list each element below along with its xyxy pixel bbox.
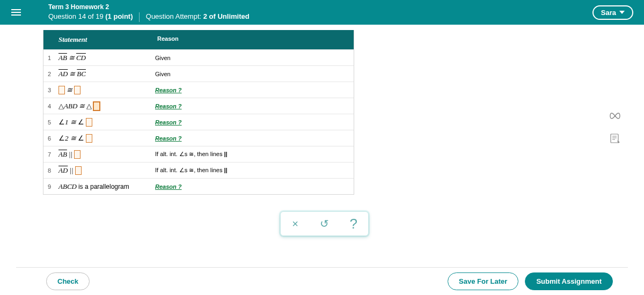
attempt-label: Question Attempt: [146, 12, 203, 20]
table-row: 1AB ≅ CDGiven [43, 49, 354, 65]
answer-blank[interactable] [86, 118, 92, 127]
row-number: 9 [43, 180, 55, 193]
row-number: 3 [43, 84, 55, 97]
q-prefix: Question [48, 12, 78, 20]
reason-cell: If alt. int. ∠s ≅, then lines || [151, 148, 354, 160]
q-of: of 19 [86, 12, 105, 20]
row-number: 1 [43, 51, 55, 64]
table-row: 6∠2 ≅ ∠Reason ? [43, 130, 354, 146]
reason-link[interactable]: Reason ? [155, 135, 182, 142]
reason-link[interactable]: Reason ? [155, 87, 182, 93]
reason-cell: If alt. int. ∠s ≅, then lines || [151, 164, 354, 176]
clear-button[interactable]: × [287, 218, 303, 230]
table-row: 2AD ≅ BCGiven [43, 65, 354, 82]
table-row: 5∠1 ≅ ∠Reason ? [43, 114, 354, 130]
reason-cell: Reason ? [151, 100, 354, 112]
statement-cell: ABCD is a parallelogram [55, 180, 151, 194]
row-number: 5 [43, 116, 55, 129]
header-divider [139, 12, 140, 22]
question-line: Question 14 of 19 (1 point) Question Att… [48, 12, 250, 22]
table-row: 8AD || If alt. int. ∠s ≅, then lines || [43, 162, 354, 178]
row-number: 7 [43, 148, 55, 161]
q-num: 14 [78, 12, 86, 20]
submit-assignment-button[interactable]: Submit Assignment [525, 272, 613, 290]
reason-link[interactable]: Reason ? [155, 119, 182, 126]
statement-cell: AB || [55, 148, 151, 161]
answer-blank[interactable] [58, 86, 65, 94]
statement-cell: ∠1 ≅ ∠ [55, 115, 151, 129]
table-row: 9ABCD is a parallelogramReason ? [43, 178, 354, 194]
side-tools [609, 109, 621, 145]
save-for-later-button[interactable]: Save For Later [448, 272, 518, 290]
col-header-statement: Statement [43, 30, 151, 49]
reason-cell: Given [151, 68, 354, 80]
table-row: 4△ABD ≅ △Reason ? [43, 98, 354, 114]
answer-blank[interactable] [93, 102, 100, 110]
answer-blank[interactable] [74, 150, 80, 159]
assignment-title: Term 3 Homework 2 [48, 3, 250, 12]
proof-table: Statement Reason 1AB ≅ CDGiven2AD ≅ BCGi… [43, 30, 354, 195]
row-number: 8 [43, 164, 55, 177]
reason-cell: Reason ? [151, 132, 354, 144]
user-menu[interactable]: Sara [592, 5, 633, 20]
attempt-value: 2 of Unlimited [203, 12, 250, 20]
svg-rect-0 [611, 134, 618, 143]
answer-blank[interactable] [75, 166, 82, 175]
table-row: 3 ≅ Reason ? [43, 82, 354, 98]
user-name: Sara [601, 9, 616, 17]
table-header: Statement Reason [43, 30, 354, 49]
menu-icon[interactable] [5, 9, 27, 16]
input-toolbar: × ↺ ? [280, 211, 369, 236]
row-number: 2 [43, 68, 55, 80]
row-number: 6 [43, 132, 55, 145]
answer-blank[interactable] [86, 134, 92, 143]
statement-cell: ≅ [55, 83, 151, 97]
statement-cell: AD || [55, 164, 151, 178]
reason-cell: Reason ? [151, 84, 354, 96]
reason-cell: Reason ? [151, 181, 354, 193]
header-text: Term 3 Homework 2 Question 14 of 19 (1 p… [48, 3, 250, 21]
statement-cell: △ABD ≅ △ [55, 99, 151, 113]
chevron-down-icon [619, 11, 625, 14]
row-number: 4 [43, 100, 55, 113]
statement-cell: ∠2 ≅ ∠ [55, 131, 151, 145]
statement-cell: AB ≅ CD [55, 51, 151, 65]
reason-cell: Reason ? [151, 116, 354, 128]
col-header-reason: Reason [151, 30, 354, 49]
help-button[interactable]: ? [346, 216, 362, 232]
answer-blank[interactable] [74, 86, 80, 94]
reason-link[interactable]: Reason ? [155, 103, 182, 109]
reason-link[interactable]: Reason ? [155, 183, 182, 190]
notes-icon[interactable] [609, 132, 621, 145]
app-header: Term 3 Homework 2 Question 14 of 19 (1 p… [0, 0, 644, 25]
reason-cell: Given [151, 52, 354, 64]
q-points: (1 point) [105, 12, 133, 20]
check-button[interactable]: Check [46, 272, 90, 290]
statement-cell: AD ≅ BC [55, 67, 151, 81]
undo-button[interactable]: ↺ [316, 217, 332, 230]
table-row: 7AB || If alt. int. ∠s ≅, then lines || [43, 146, 354, 162]
footer-bar: Check Save For Later Submit Assignment [16, 267, 628, 295]
work-area: Statement Reason 1AB ≅ CDGiven2AD ≅ BCGi… [16, 25, 628, 295]
infinity-icon[interactable] [609, 109, 621, 122]
